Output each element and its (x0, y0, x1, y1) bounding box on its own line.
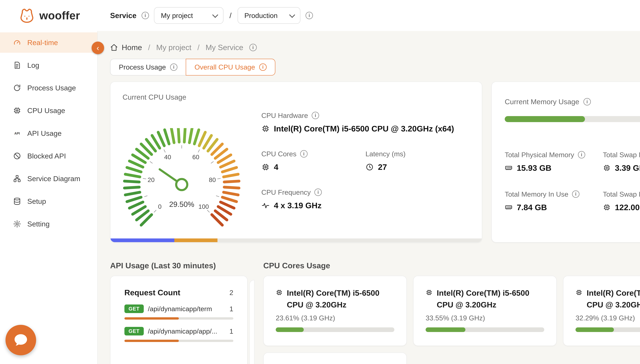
environment-select-value: Production (244, 12, 278, 20)
sidebar-item-service-diagram[interactable]: Service Diagram (0, 168, 97, 189)
tab-info-icon[interactable] (259, 64, 266, 71)
sidebar-item-label: Service Diagram (27, 174, 80, 183)
diagram-icon (13, 174, 21, 183)
core-title: Intel(R) Core(TM) i5-6500 CPU @ 3.20GHz (426, 287, 544, 311)
usage-tabs: Process Usage Overall CPU Usage (110, 59, 640, 76)
current-cpu-usage-card: Current CPU Usage 02040608010029.50% CPU… (110, 82, 482, 242)
sidebar-item-setup[interactable]: Setup (0, 191, 97, 212)
cpu-core-card-2: Intel(R) Core(TM) i5-6500 CPU @ 3.20GHz … (413, 276, 557, 346)
footer-bar-segment-orange (174, 238, 217, 242)
http-method-badge: GET (124, 304, 144, 313)
stat-total-swap-in-use: Total Swap In Use 122.00 MB (603, 190, 640, 212)
cpu-core-card-partial (263, 352, 407, 364)
sidebar-item-api-usage[interactable]: API API Usage (0, 123, 97, 143)
latency-value: 27 (366, 162, 470, 172)
gauge-value-label: 29.50% (169, 200, 194, 208)
cpu-frequency-label: CPU Frequency (262, 188, 470, 196)
sidebar-item-label: Setup (27, 197, 46, 206)
api-usage-heading: API Usage (Last 30 minutes) (110, 261, 254, 270)
sidebar: Real-time Log Process Usage CPU Usage AP… (0, 31, 98, 364)
sidebar-item-cpu-usage[interactable]: CPU Usage (0, 100, 97, 121)
home-icon (110, 44, 118, 51)
core-usage-bar-fill (426, 328, 466, 332)
cpu-core-card-1: Intel(R) Core(TM) i5-6500 CPU @ 3.20GHz … (263, 276, 407, 346)
cpu-frequency-block: CPU Frequency 4 x 3.19 GHz (262, 188, 470, 210)
cpu-hardware-value: Intel(R) Core(TM) i5-6500 CPU @ 3.20GHz … (262, 124, 470, 133)
memory-card-title: Current Memory Usage (505, 98, 591, 106)
main-content: Home / My project / My Service Process U… (98, 31, 640, 364)
sidebar-item-label: API Usage (27, 129, 62, 138)
tab-process-usage[interactable]: Process Usage (110, 59, 186, 76)
sidebar-item-label: Blocked API (27, 152, 66, 160)
memory-usage-bar (505, 116, 640, 122)
info-icon[interactable] (314, 188, 322, 196)
breadcrumb-home[interactable]: Home (110, 43, 142, 52)
core-usage-text: 23.61% (3.19 GHz) (276, 314, 394, 322)
sidebar-item-log[interactable]: Log (0, 55, 97, 76)
http-method-badge: GET (124, 327, 144, 336)
sidebar-item-label: Real-time (27, 38, 58, 47)
gauge-icon (13, 38, 21, 47)
ram-icon (505, 164, 512, 172)
chevron-down-icon (289, 12, 295, 18)
svg-text:0: 0 (158, 203, 162, 210)
breadcrumb-info-icon[interactable] (249, 44, 257, 51)
environment-info-icon[interactable] (306, 12, 313, 19)
breadcrumb-project[interactable]: My project (156, 43, 191, 52)
environment-select[interactable]: Production (238, 7, 300, 24)
info-icon[interactable] (572, 190, 580, 198)
sidebar-item-process-usage[interactable]: Process Usage (0, 78, 97, 98)
breadcrumb: Home / My project / My Service (110, 43, 640, 52)
latency-block: Latency (ms) 27 (366, 150, 470, 172)
pulse-icon (262, 201, 270, 210)
cpu-cores-column: CPU Cores Usage Intel(R) Core(TM) i5-650… (263, 261, 640, 364)
sidebar-collapse-button[interactable]: ‹ (92, 42, 104, 54)
api-usage-column: API Usage (Last 30 minutes) Request Coun… (110, 261, 254, 364)
stat-total-physical-memory: Total Physical Memory 15.93 GB (505, 151, 603, 172)
api-request-bar (124, 340, 233, 342)
sidebar-item-label: Process Usage (27, 84, 76, 92)
svg-text:20: 20 (148, 176, 154, 183)
service-selector-group: Service My project / Production (110, 7, 313, 24)
chevron-down-icon (212, 12, 218, 18)
info-icon[interactable] (578, 151, 585, 158)
info-icon[interactable] (300, 150, 308, 158)
api-icon: API (13, 129, 21, 137)
sidebar-item-real-time[interactable]: Real-time (0, 32, 97, 53)
api-request-row[interactable]: GET /api/dynamicapp/term 1 (124, 304, 233, 320)
refresh-cycle-icon (13, 84, 21, 92)
cpu-usage-footer-bar (110, 238, 482, 242)
sidebar-item-label: CPU Usage (27, 106, 65, 115)
cpu-core-cards: Intel(R) Core(TM) i5-6500 CPU @ 3.20GHz … (263, 276, 640, 364)
stat-total-memory-in-use: Total Memory In Use 7.84 GB (505, 190, 603, 212)
api-request-row[interactable]: GET /api/dynamicapp/app/... 1 (124, 327, 233, 342)
memory-usage-bar-fill (505, 116, 585, 122)
service-info-icon[interactable] (142, 12, 149, 19)
core-usage-text: 32.29% (3.19 GHz) (576, 314, 640, 322)
selector-separator: / (230, 11, 232, 20)
cpu-details: CPU Hardware Intel(R) Core(TM) i5-6500 C… (262, 112, 470, 236)
project-select-value: My project (161, 12, 193, 20)
core-usage-bar (426, 328, 544, 332)
cpu-chip-icon (262, 124, 270, 133)
tab-overall-cpu-usage[interactable]: Overall CPU Usage (186, 59, 275, 76)
sidebar-item-blocked-api[interactable]: Blocked API (0, 146, 97, 166)
info-icon[interactable] (584, 98, 591, 106)
info-icon[interactable] (312, 112, 319, 119)
api-count: 1 (230, 327, 233, 335)
chat-bubble-icon (13, 332, 29, 348)
breadcrumb-service[interactable]: My Service (206, 43, 243, 52)
chat-support-button[interactable] (6, 325, 36, 356)
project-select[interactable]: My project (154, 7, 223, 24)
core-usage-bar (276, 328, 394, 332)
tab-info-icon[interactable] (170, 64, 178, 71)
cpu-core-card-3: Intel(R) Core(TM) i5-6500 CPU @ 3.20GHz … (563, 276, 640, 346)
brand-logo[interactable]: wooffer (18, 7, 97, 24)
request-count-total: 2 (230, 288, 233, 296)
ram-icon (505, 203, 512, 211)
gear-icon (13, 220, 21, 228)
cpu-cores-block: CPU Cores 4 (262, 150, 366, 172)
sidebar-item-setting[interactable]: Setting (0, 214, 97, 234)
service-label: Service (110, 11, 136, 20)
svg-text:80: 80 (209, 176, 216, 183)
